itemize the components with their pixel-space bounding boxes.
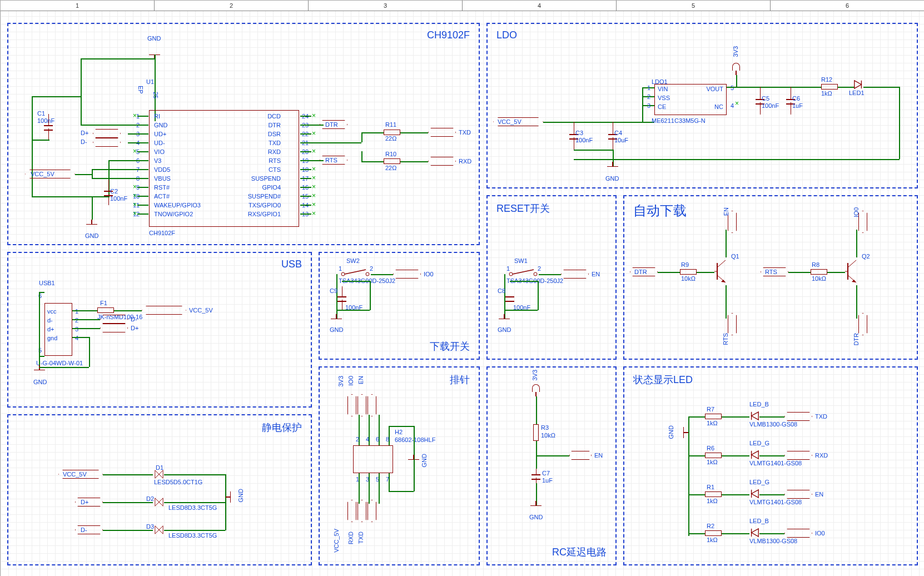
svg-line-23 bbox=[848, 260, 856, 267]
led1 bbox=[853, 80, 863, 90]
block-title: 静电保护 bbox=[262, 421, 302, 434]
svg-marker-9 bbox=[159, 526, 163, 534]
port-vcc5v: VCC_5V bbox=[142, 306, 186, 315]
svg-line-12 bbox=[345, 270, 366, 274]
block-title: RC延迟电路 bbox=[552, 545, 607, 559]
usb-conn: vcc d- d+ gnd 1 2 3 4 5 6 bbox=[44, 303, 72, 356]
block-title: 自动下载 bbox=[633, 202, 687, 220]
svg-line-15 bbox=[513, 270, 534, 274]
svg-marker-8 bbox=[155, 526, 159, 534]
port-vcc5v: VCC_5V bbox=[493, 117, 543, 126]
sw2 bbox=[340, 266, 367, 273]
svg-marker-20 bbox=[721, 280, 726, 282]
port-dp: D+ bbox=[75, 498, 103, 507]
ruler-cell: 5 bbox=[617, 1, 771, 11]
svg-marker-38 bbox=[752, 529, 759, 537]
port-rts: RTS bbox=[761, 267, 788, 276]
svg-point-10 bbox=[341, 272, 345, 276]
block-title: 排针 bbox=[450, 373, 470, 386]
tvs-d2 bbox=[154, 497, 164, 507]
ruler-top: 1 2 3 4 5 6 bbox=[1, 1, 924, 11]
r12 bbox=[821, 84, 838, 90]
r3 bbox=[533, 424, 539, 441]
port-dtr: DTR bbox=[630, 267, 658, 276]
svg-marker-26 bbox=[752, 412, 759, 420]
r8 bbox=[811, 269, 827, 275]
svg-marker-34 bbox=[752, 490, 759, 498]
gnd-symbol bbox=[34, 370, 45, 378]
r10 bbox=[384, 158, 400, 164]
block-reset: RESET开关 SW1 1 2 TSA343G00D-250J2 EN C8 1… bbox=[486, 195, 617, 360]
block-title: CH9102F bbox=[427, 29, 470, 41]
gnd-symbol bbox=[86, 224, 97, 232]
port-rxd: RXD bbox=[428, 157, 456, 166]
port-dp: D+ bbox=[93, 129, 121, 138]
gnd-label: GND bbox=[147, 35, 161, 42]
svg-marker-5 bbox=[159, 470, 163, 478]
part-number: CH9102F bbox=[149, 230, 175, 236]
svg-point-11 bbox=[366, 272, 369, 276]
svg-marker-30 bbox=[752, 451, 759, 459]
block-usb: USB USB1 vcc d- d+ gnd 1 2 3 4 5 6 U-G-0… bbox=[7, 252, 312, 408]
svg-point-13 bbox=[509, 272, 513, 276]
block-title: RESET开关 bbox=[496, 202, 550, 215]
port-dm: D- bbox=[93, 138, 121, 147]
fuse-f1 bbox=[97, 307, 114, 313]
gnd-symbol bbox=[607, 166, 618, 174]
port-dtr-v bbox=[858, 313, 867, 335]
ep-pin: EP bbox=[137, 86, 144, 94]
block-dlsw: 下载开关 SW2 1 2 TSA343G00D-250J2 IO0 C9 100… bbox=[319, 252, 480, 360]
ic-ldo: 1 VIN 2 VSS 3 CE 5 VOUT 4 NC bbox=[654, 84, 727, 115]
svg-marker-25 bbox=[852, 280, 856, 282]
port-rts: RTS bbox=[320, 156, 347, 165]
block-ldo: LDO VCC_5V C3 100nF C4 10uF GND LDO1 1 V… bbox=[486, 23, 918, 188]
svg-marker-0 bbox=[855, 81, 862, 88]
r11 bbox=[384, 130, 400, 135]
tvs-d1 bbox=[154, 469, 164, 479]
block-title: 状态显示LED bbox=[633, 373, 693, 386]
tvs-d3 bbox=[154, 525, 164, 535]
svg-marker-6 bbox=[155, 498, 159, 506]
npn-q1 bbox=[714, 257, 731, 280]
gnd-symbol bbox=[149, 47, 160, 55]
block-autodl: 自动下载 DTR R9 10kΩ Q1 EN RTS RTS R8 10kΩ Q… bbox=[623, 195, 918, 360]
port-io0-v bbox=[858, 211, 867, 233]
port-txd: TXD bbox=[428, 128, 456, 137]
schematic-sheet: 1 2 3 4 5 6 CH9102F GND U1 EP 25 1RI 2GN… bbox=[0, 0, 924, 576]
port-en: EN bbox=[569, 451, 592, 460]
port-vcc5v: VCC_5V bbox=[25, 170, 75, 178]
block-title: USB bbox=[281, 259, 302, 270]
block-esd: 静电保护 VCC_5V D+ D- D1 LESD5D5.0CT1G D2 LE… bbox=[7, 414, 312, 565]
svg-line-18 bbox=[717, 260, 726, 267]
port-vcc5v: VCC_5V bbox=[58, 470, 103, 479]
svg-point-14 bbox=[534, 272, 537, 276]
port-dm: D- bbox=[100, 315, 128, 324]
port-io0: IO0 bbox=[393, 270, 421, 279]
port-dm: D- bbox=[75, 525, 103, 534]
ep-pin-n: 25 bbox=[152, 92, 159, 98]
svg-marker-4 bbox=[155, 470, 159, 478]
cap-c8 bbox=[505, 296, 514, 302]
block-ch9102f: CH9102F GND U1 EP 25 1RI 2GND 3UD+ 4UD- … bbox=[7, 23, 480, 245]
npn-q2 bbox=[845, 257, 862, 280]
port-rts-v bbox=[728, 313, 737, 335]
ruler-cell: 2 bbox=[155, 1, 309, 11]
pwr-3v3 bbox=[732, 63, 740, 74]
port-dtr: DTR bbox=[320, 120, 347, 129]
block-header: 排针 H2 68602-108HLF 3V3 IO0 EN 2 4 6 8 1 … bbox=[319, 366, 480, 565]
r9 bbox=[680, 269, 697, 275]
block-statusled: 状态显示LED GND R7 1kΩ LED_B VLMB1300-GS08 T… bbox=[623, 366, 918, 565]
refdes: U1 bbox=[146, 78, 154, 85]
ruler-cell: 1 bbox=[1, 1, 155, 11]
sw1 bbox=[508, 266, 535, 273]
block-title: 下载开关 bbox=[430, 340, 470, 353]
ruler-cell: 3 bbox=[309, 1, 463, 11]
svg-marker-7 bbox=[159, 498, 163, 506]
block-title: LDO bbox=[496, 29, 517, 41]
ruler-cell: 4 bbox=[463, 1, 617, 11]
port-en: EN bbox=[561, 270, 589, 279]
port-dp: D+ bbox=[100, 324, 128, 332]
block-rc: RC延迟电路 3V3 R3 10kΩ EN C7 1uF GND bbox=[486, 366, 617, 565]
header-h2 bbox=[353, 445, 393, 473]
ruler-cell: 6 bbox=[771, 1, 924, 11]
